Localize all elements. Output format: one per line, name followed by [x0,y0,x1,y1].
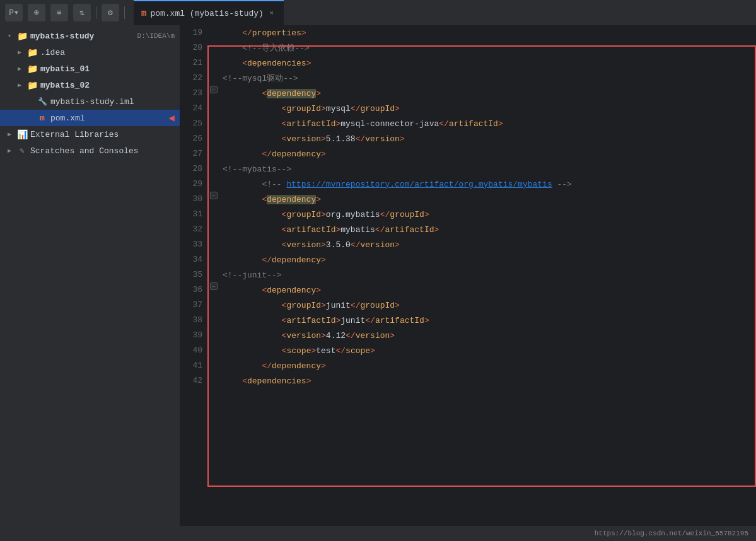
text: mysql-connector-java [340,119,439,129]
tab-close-button[interactable]: × [267,9,276,18]
sidebar-item-mybatis02[interactable]: ▶ 📁 mybatis_02 [0,77,180,93]
comment: <!--导入依赖--> [223,42,310,54]
sidebar-item-scratches-consoles[interactable]: ▶ ✎ Scratches and Consoles [0,143,180,159]
code-line-41: </dependency> [219,358,748,373]
text: 5.1.38 [326,134,356,144]
sidebar-item-pom-xml[interactable]: ▶ m pom.xml ◀ [0,110,180,126]
chevron-down-icon: ▾ [5,32,14,40]
code-line-38: <artifactId>junit</artifactId> [219,313,748,328]
add-button[interactable]: ⊕ [28,4,45,21]
tab-file-icon: m [141,8,146,18]
line-num-26: 26 [180,131,202,146]
tag: > [321,104,326,113]
tag-name: version [360,240,395,250]
settings-button[interactable]: ⚙ [102,4,119,21]
line-num-41: 41 [180,358,202,373]
sidebar-item-label: pom.xml [50,113,163,123]
tag-name: dependency [272,255,321,265]
tag: > [498,119,503,129]
comment-mysql: <!--mysql驱动--> [223,73,298,84]
editor: 19 20 21 22 23 24 25 26 27 28 29 30 31 3… [180,25,756,541]
line-num-25: 25 [180,116,202,131]
folder-icon: 📁 [26,79,38,91]
tag: > [321,210,326,219]
tag: < [223,104,286,113]
code-line-32: <artifactId>mybatis</artifactId> [219,222,748,237]
tag-name: groupId [360,104,395,113]
text: test [316,346,335,356]
tag-name: artifactId [375,316,424,325]
sidebar-item-external-libraries[interactable]: ▶ 📊 External Libraries [0,126,180,143]
tag-name: dependencies [247,376,306,386]
code-line-39: <version>4.12</version> [219,328,748,343]
main-area: ▾ 📁 mybatis-study D:\IDEA\m ▶ 📁 .idea ▶ … [0,25,756,541]
line-num-39: 39 [180,328,202,343]
text: junit [326,301,351,310]
code-line-37: <groupId>junit</groupId> [219,298,748,313]
code-line-35: <!--junit--> [219,267,748,282]
project-button[interactable]: P▾ [5,4,23,21]
tag: </ [351,301,361,310]
line-num-28: 28 [180,161,202,177]
fold-button-36[interactable]: − [210,282,218,290]
sidebar-item-mybatis-study[interactable]: ▾ 📁 mybatis-study D:\IDEA\m [0,28,180,44]
code-editor[interactable]: </properties> <!--导入依赖--> <dependencies>… [219,25,748,526]
library-icon: 📊 [16,129,28,140]
tag: > [316,286,321,295]
pom-xml-tab[interactable]: m pom.xml (mybatis-study) × [134,0,284,25]
tag: > [335,316,340,325]
tag-name: dependency [267,286,316,295]
sidebar-item-label: mybatis-study [30,32,132,41]
gear-icon: ⚙ [108,8,113,18]
comment-mybatis: <!--mybatis--> [223,165,291,174]
code-line-24: <groupId>mysql</groupId> [219,101,748,116]
editor-content[interactable]: 19 20 21 22 23 24 25 26 27 28 29 30 31 3… [180,25,756,526]
comment-link-post: --> [552,180,572,189]
tag: > [335,225,340,235]
vertical-scrollbar[interactable] [748,25,756,526]
sidebar-item-label: mybatis_01 [40,64,175,74]
code-line-20: <!--导入依赖--> [219,40,748,55]
tag: > [424,316,429,325]
line-num-38: 38 [180,313,202,328]
tag: </ [351,104,361,113]
fold-button-23[interactable]: − [210,86,218,93]
tag-name: scope [286,346,311,356]
project-icon: P▾ [9,8,19,18]
tag-close: </ [223,28,252,38]
folder-icon: 📁 [16,30,28,42]
code-line-27: </dependency> [219,146,748,161]
tag-name: dependency [272,149,321,159]
titlebar: P▾ ⊕ ≡ ⇅ ⚙ m pom.xml (mybatis-study) × [0,0,756,25]
tag-name: artifactId [385,225,434,235]
line-num-31: 31 [180,207,202,222]
tag-name: dependencies [247,59,306,68]
line-num-35: 35 [180,267,202,282]
line-num-19: 19 [180,25,202,40]
line-num-40: 40 [180,343,202,358]
line-num-27: 27 [180,146,202,161]
recent-button[interactable]: ⇅ [73,4,91,21]
mvn-link[interactable]: https://mvnrepository.com/artifact/org.m… [286,180,552,189]
tag: < [223,119,286,129]
tag: < [223,195,267,204]
sidebar-item-idea[interactable]: ▶ 📁 .idea [0,44,180,61]
sidebar-item-mybatis01[interactable]: ▶ 📁 mybatis_01 [0,61,180,77]
tag: > [316,195,321,204]
line-num-36: 36 [180,282,202,298]
tag: > [306,376,311,386]
line-num-23: 23 [180,86,202,101]
code-line-29: <!-- https://mvnrepository.com/artifact/… [219,177,748,192]
sidebar-item-label: mybatis-study.iml [50,97,175,107]
titlebar-left: P▾ ⊕ ≡ ⇅ ⚙ [5,4,125,21]
maven-icon: m [37,112,48,124]
tag-name: version [286,134,321,144]
code-line-33: <version>3.5.0</version> [219,237,748,252]
list-button[interactable]: ≡ [50,4,68,21]
fold-button-30[interactable]: − [210,192,218,199]
tag: > [321,255,326,265]
sidebar-item-iml[interactable]: ▶ 🔧 mybatis-study.iml [0,93,180,110]
tag: </ [375,225,385,235]
tag: < [223,59,247,68]
tag-name: version [286,240,321,250]
